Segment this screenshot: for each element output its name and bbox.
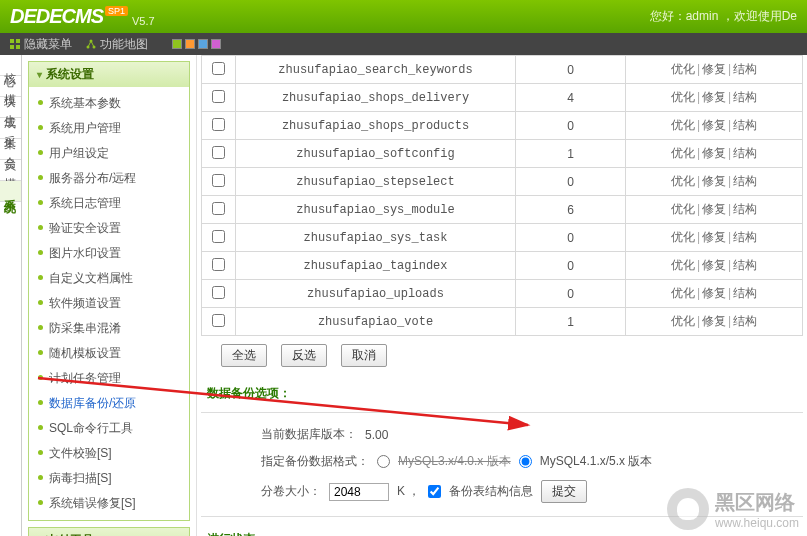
swatch-blue[interactable] [198, 39, 208, 49]
format-opt2-label: MySQL4.1.x/5.x 版本 [540, 453, 653, 470]
sidebar-item[interactable]: 验证安全设置 [29, 216, 189, 241]
sidebar-item[interactable]: 文件校验[S] [29, 441, 189, 466]
op-repair[interactable]: 修复 [702, 174, 726, 188]
sidebar-item[interactable]: 系统基本参数 [29, 91, 189, 116]
swatch-green[interactable] [172, 39, 182, 49]
op-optimize[interactable]: 优化 [671, 118, 695, 132]
sidebar-header-pay[interactable]: 支付工具 [29, 528, 189, 536]
sidebar-item[interactable]: 病毒扫描[S] [29, 466, 189, 491]
row-checkbox[interactable] [212, 314, 225, 327]
op-repair[interactable]: 修复 [702, 286, 726, 300]
svg-rect-1 [16, 39, 20, 43]
db-version-value: 5.00 [365, 428, 388, 442]
op-structure[interactable]: 结构 [733, 314, 757, 328]
sidebar-item[interactable]: 图片水印设置 [29, 241, 189, 266]
op-structure[interactable]: 结构 [733, 202, 757, 216]
invert-button[interactable]: 反选 [281, 344, 327, 367]
op-repair[interactable]: 修复 [702, 146, 726, 160]
op-optimize[interactable]: 优化 [671, 146, 695, 160]
table-row: zhusufapiao_stepselect0优化|修复|结构 [202, 168, 803, 196]
op-optimize[interactable]: 优化 [671, 314, 695, 328]
op-optimize[interactable]: 优化 [671, 174, 695, 188]
op-repair[interactable]: 修复 [702, 62, 726, 76]
op-structure[interactable]: 结构 [733, 286, 757, 300]
table-cell-ops: 优化|修复|结构 [626, 224, 803, 252]
sidebar-item[interactable]: 计划任务管理 [29, 366, 189, 391]
op-optimize[interactable]: 优化 [671, 230, 695, 244]
format-radio-mysql4[interactable] [519, 455, 532, 468]
sidebar-item[interactable]: 自定义文档属性 [29, 266, 189, 291]
row-checkbox[interactable] [212, 174, 225, 187]
select-all-button[interactable]: 全选 [221, 344, 267, 367]
op-structure[interactable]: 结构 [733, 174, 757, 188]
grid-icon [10, 39, 20, 49]
op-structure[interactable]: 结构 [733, 146, 757, 160]
sidebar-item[interactable]: 系统日志管理 [29, 191, 189, 216]
op-repair[interactable]: 修复 [702, 202, 726, 216]
table-cell-name: zhusufapiao_sys_task [236, 224, 516, 252]
sidebar-item[interactable]: 防采集串混淆 [29, 316, 189, 341]
table-cell-name: zhusufapiao_softconfig [236, 140, 516, 168]
table-cell-name: zhusufapiao_vote [236, 308, 516, 336]
size-input[interactable] [329, 483, 389, 501]
row-checkbox[interactable] [212, 202, 225, 215]
cancel-button[interactable]: 取消 [341, 344, 387, 367]
op-optimize[interactable]: 优化 [671, 62, 695, 76]
table-cell-count: 0 [516, 252, 626, 280]
row-checkbox[interactable] [212, 146, 225, 159]
sidebar-item[interactable]: 数据库备份/还原 [29, 391, 189, 416]
op-structure[interactable]: 结构 [733, 62, 757, 76]
op-repair[interactable]: 修复 [702, 118, 726, 132]
structure-checkbox[interactable] [428, 485, 441, 498]
sidebar-section-system: 系统设置 系统基本参数系统用户管理用户组设定服务器分布/远程系统日志管理验证安全… [28, 61, 190, 521]
vtab-module[interactable]: 模块 [0, 76, 21, 97]
format-radio-mysql3[interactable] [377, 455, 390, 468]
sidebar-item[interactable]: 用户组设定 [29, 141, 189, 166]
row-checkbox[interactable] [212, 62, 225, 75]
row-checkbox[interactable] [212, 118, 225, 131]
table-row: zhusufapiao_search_keywords0优化|修复|结构 [202, 56, 803, 84]
op-optimize[interactable]: 优化 [671, 202, 695, 216]
op-optimize[interactable]: 优化 [671, 90, 695, 104]
table-cell-ops: 优化|修复|结构 [626, 56, 803, 84]
sidebar-item[interactable]: SQL命令行工具 [29, 416, 189, 441]
logo: DEDECMS [10, 5, 103, 28]
op-optimize[interactable]: 优化 [671, 258, 695, 272]
op-optimize[interactable]: 优化 [671, 286, 695, 300]
vtab-template[interactable]: 模板 [0, 160, 21, 181]
op-structure[interactable]: 结构 [733, 118, 757, 132]
sidebar-item[interactable]: 系统用户管理 [29, 116, 189, 141]
op-repair[interactable]: 修复 [702, 230, 726, 244]
vtab-collect[interactable]: 采集 [0, 118, 21, 139]
vtab-system[interactable]: 系统 [0, 181, 21, 202]
op-repair[interactable]: 修复 [702, 90, 726, 104]
op-repair[interactable]: 修复 [702, 258, 726, 272]
sitemap-link[interactable]: 功能地图 [86, 36, 148, 53]
row-checkbox[interactable] [212, 90, 225, 103]
swatch-orange[interactable] [185, 39, 195, 49]
vtab-generate[interactable]: 生成 [0, 97, 21, 118]
table-cell-count: 0 [516, 224, 626, 252]
vtab-core[interactable]: 核心 [0, 55, 21, 76]
row-checkbox[interactable] [212, 258, 225, 271]
sidebar-item[interactable]: 服务器分布/远程 [29, 166, 189, 191]
table-row: zhusufapiao_uploads0优化|修复|结构 [202, 280, 803, 308]
table-row: zhusufapiao_sys_task0优化|修复|结构 [202, 224, 803, 252]
row-checkbox[interactable] [212, 286, 225, 299]
table-cell-ops: 优化|修复|结构 [626, 140, 803, 168]
submit-button[interactable]: 提交 [541, 480, 587, 503]
sidebar-item[interactable]: 系统错误修复[S] [29, 491, 189, 516]
op-repair[interactable]: 修复 [702, 314, 726, 328]
sidebar-item[interactable]: 软件频道设置 [29, 291, 189, 316]
op-structure[interactable]: 结构 [733, 230, 757, 244]
swatch-pink[interactable] [211, 39, 221, 49]
sidebar: 系统设置 系统基本参数系统用户管理用户组设定服务器分布/远程系统日志管理验证安全… [22, 55, 197, 536]
backup-row-format: 指定备份数据格式： MySQL3.x/4.0.x 版本 MySQL4.1.x/5… [221, 448, 783, 475]
sidebar-item[interactable]: 随机模板设置 [29, 341, 189, 366]
vtab-member[interactable]: 会员 [0, 139, 21, 160]
op-structure[interactable]: 结构 [733, 90, 757, 104]
row-checkbox[interactable] [212, 230, 225, 243]
hide-menu-link[interactable]: 隐藏菜单 [10, 36, 72, 53]
sidebar-header-system[interactable]: 系统设置 [29, 62, 189, 87]
op-structure[interactable]: 结构 [733, 258, 757, 272]
